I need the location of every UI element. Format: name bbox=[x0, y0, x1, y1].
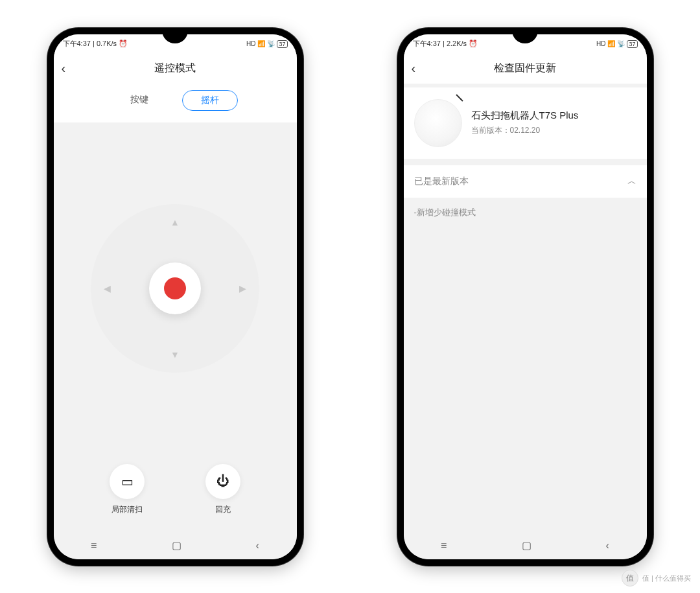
nav-home-icon[interactable]: ▢ bbox=[522, 539, 531, 552]
alarm-icon: ⏰ bbox=[469, 40, 478, 47]
battery-icon: 37 bbox=[627, 40, 637, 48]
signal-icon: 📶 bbox=[257, 40, 265, 47]
joystick-area: ▲ ▼ ◀ ▶ bbox=[54, 122, 297, 455]
hd-icon: HD bbox=[246, 40, 255, 47]
status-left: 下午4:37 | 0.7K/s ⏰ bbox=[63, 39, 128, 49]
device-card: 石头扫拖机器人T7S Plus 当前版本：02.12.20 bbox=[404, 87, 647, 159]
device-version: 当前版本：02.12.20 bbox=[471, 125, 579, 136]
signal-icon: 📶 bbox=[607, 40, 615, 47]
watermark-text: 值 | 什么值得买 bbox=[642, 574, 691, 583]
page-title: 遥控模式 bbox=[54, 62, 297, 75]
watermark: 值 值 | 什么值得买 bbox=[622, 570, 691, 587]
phone-mockup-right: 下午4:37 | 2.2K/s ⏰ HD 📶 📡 37 ‹ 检查固件更新 石头扫… bbox=[397, 28, 653, 566]
nav-back-icon[interactable]: ‹ bbox=[606, 540, 609, 552]
latest-version-label: 已是最新版本 bbox=[414, 176, 469, 187]
screen-remote: 下午4:37 | 0.7K/s ⏰ HD 📶 📡 37 ‹ 遥控模式 按键 摇杆… bbox=[54, 34, 297, 559]
hd-icon: HD bbox=[596, 40, 605, 47]
bottom-actions: ▭ 局部清扫 ⏻ 回充 bbox=[54, 455, 297, 532]
dock-button[interactable]: ⏻ 回充 bbox=[205, 464, 240, 515]
chevron-up-icon: ︿ bbox=[627, 176, 636, 187]
spot-label: 局部清扫 bbox=[111, 504, 143, 515]
title-bar: ‹ 检查固件更新 bbox=[404, 54, 647, 84]
arrow-down-icon: ▼ bbox=[170, 349, 180, 360]
status-right: HD 📶 📡 37 bbox=[596, 40, 637, 48]
dock-icon: ⏻ bbox=[216, 474, 229, 489]
spot-clean-button[interactable]: ▭ 局部清扫 bbox=[110, 464, 145, 515]
android-navbar: ≡ ▢ ‹ bbox=[54, 532, 297, 559]
page-title: 检查固件更新 bbox=[404, 62, 647, 75]
wifi-icon: 📡 bbox=[617, 40, 625, 47]
device-name: 石头扫拖机器人T7S Plus bbox=[471, 110, 579, 122]
changelog-item: -新增少碰撞模式 bbox=[404, 198, 647, 227]
dock-label: 回充 bbox=[215, 504, 231, 515]
spot-icon: ▭ bbox=[121, 474, 134, 489]
tab-joystick-mode[interactable]: 摇杆 bbox=[182, 90, 238, 111]
device-image bbox=[414, 99, 462, 147]
status-bar: 下午4:37 | 0.7K/s ⏰ HD 📶 📡 37 bbox=[54, 34, 297, 54]
nav-back-icon[interactable]: ‹ bbox=[256, 540, 259, 552]
nav-home-icon[interactable]: ▢ bbox=[172, 539, 181, 552]
latest-version-row[interactable]: 已是最新版本 ︿ bbox=[404, 165, 647, 198]
title-bar: ‹ 遥控模式 bbox=[54, 54, 297, 84]
battery-icon: 37 bbox=[277, 40, 287, 48]
joystick-thumb[interactable] bbox=[149, 262, 201, 314]
arrow-up-icon: ▲ bbox=[170, 217, 180, 227]
screen-firmware: 下午4:37 | 2.2K/s ⏰ HD 📶 📡 37 ‹ 检查固件更新 石头扫… bbox=[404, 34, 647, 559]
wifi-icon: 📡 bbox=[267, 40, 275, 47]
arrow-right-icon: ▶ bbox=[239, 283, 246, 294]
arrow-left-icon: ◀ bbox=[104, 283, 111, 294]
dpad[interactable]: ▲ ▼ ◀ ▶ bbox=[91, 204, 259, 373]
mode-tabs: 按键 摇杆 bbox=[54, 84, 297, 122]
status-right: HD 📶 📡 37 bbox=[246, 40, 287, 48]
nav-recent-icon[interactable]: ≡ bbox=[91, 540, 97, 552]
status-left: 下午4:37 | 2.2K/s ⏰ bbox=[413, 39, 478, 49]
watermark-logo-icon: 值 bbox=[622, 570, 638, 587]
android-navbar: ≡ ▢ ‹ bbox=[404, 532, 647, 559]
nav-recent-icon[interactable]: ≡ bbox=[441, 540, 447, 552]
alarm-icon: ⏰ bbox=[119, 40, 128, 47]
status-bar: 下午4:37 | 2.2K/s ⏰ HD 📶 📡 37 bbox=[404, 34, 647, 54]
phone-mockup-left: 下午4:37 | 0.7K/s ⏰ HD 📶 📡 37 ‹ 遥控模式 按键 摇杆… bbox=[47, 28, 303, 566]
tab-button-mode[interactable]: 按键 bbox=[112, 90, 167, 111]
